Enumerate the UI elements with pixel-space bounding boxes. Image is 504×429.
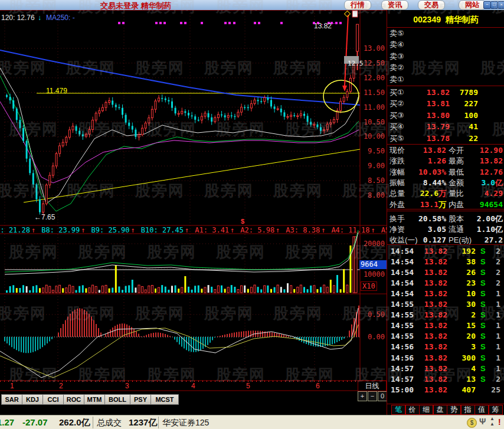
quote-value: 20.58% [408,214,446,224]
indicator-tab-MTM[interactable]: MTM [84,394,105,405]
sell-queue-row[interactable]: 卖① [387,74,504,85]
arrow-annotation-head [342,86,347,91]
up-arrow-icon: ↑ [131,226,135,234]
quote-label: 金额 [449,178,464,188]
menu-button-交易[interactable]: 交易 [418,0,445,10]
clipboard-tool-icon [352,11,358,17]
zoom-reset-button[interactable]: 0 [378,391,387,401]
price-axis-label: 9.00 [361,162,385,170]
tick-row: 14:5413.8210S1 [387,289,504,299]
indicator-tab-SAR[interactable]: SAR [1,394,22,405]
indicator-tab-KDJ[interactable]: KDJ [22,394,43,405]
buy-volume: 227 [440,99,478,109]
panel-divider [387,244,504,245]
tick-price: 13.82 [411,246,447,257]
sell-queue-row[interactable]: 卖④ [387,40,504,50]
quote-value: 1.26 [408,156,446,166]
tick-volume: 15 [449,320,476,331]
indicator-value: B7: 21.28 [0,226,30,234]
tick-row: 14:5513.822S1 [387,310,504,320]
quote-value-part: 1.10亿 [477,225,503,234]
buy-queue-row[interactable]: 买④13.7941 [387,122,504,132]
quote-row: 外盘13.1万内盘94654 [387,199,504,210]
quote-value: 10.03% [408,167,446,178]
close-button[interactable]: × [498,1,504,9]
tick-price: 13.82 [411,267,447,278]
tick-row: 14:5413.82192S2 [387,246,504,257]
tick-row: 14:5713.8213S2 [387,374,504,385]
tick-row: 14:5513.8230S1 [387,299,504,310]
panel-tab-值[interactable]: 值 [474,405,489,415]
zoom-in-button[interactable]: + [358,391,367,401]
panel-tab-势[interactable]: 势 [447,405,461,415]
quote-value-part: 12.90 [480,146,503,155]
indicator-tab-ROC[interactable]: ROC [63,394,84,405]
quote-value-part: 20.58% [418,214,446,223]
tick-price: 13.82 [411,363,447,374]
up-arrow-icon: ↑ [31,226,35,234]
price-axis-label: 9.50 [361,147,385,155]
panel-tab-指[interactable]: 指 [461,405,475,415]
tick-count: 1 [483,310,500,320]
menu-button-资讯[interactable]: 资讯 [381,0,408,10]
zoom-out-button[interactable]: − [368,391,377,401]
tick-volume: 23 [449,278,476,289]
menu-button-网站[interactable]: 网站 [459,0,486,10]
indicator-tab-MCST[interactable]: MCST [150,394,179,405]
kline-chart[interactable] [0,10,387,391]
quote-value-part: 13.82 [423,146,446,155]
panel-divider [387,86,504,86]
period-selector[interactable]: 日线 [358,381,387,391]
upload-arrows-icon[interactable]: ▲▲ [490,416,495,427]
menu-button-行情[interactable]: 行情 [344,0,371,10]
quote-value: 3.05 [408,224,446,235]
tick-count: 2 [483,278,500,289]
quote-value-part: 13.82 [480,156,503,165]
up-arrow-icon: ↑ [321,226,325,234]
tick-volume: 300 [449,353,476,363]
tick-row: 14:5413.8223S2 [387,278,504,289]
funds-coin-icon[interactable]: $ [467,418,477,428]
resistance-price-label: 11.479 [46,87,67,95]
quote-label: 振幅 [390,178,405,188]
sell-queue-row[interactable]: 卖③ [387,51,504,62]
tick-row: 14:5513.8215S1 [387,320,504,331]
quote-value-part: 12.76 [480,168,503,176]
tick-count: 2 [483,246,500,257]
buy-queue-row[interactable]: 买②13.81227 [387,99,504,109]
buy-queue-row[interactable]: 买③13.80100 [387,110,504,121]
index-change: -27.07 [22,417,48,427]
buy-volume: 22 [440,133,478,144]
tick-volume: 38 [449,257,476,267]
buy-level-label: 买① [390,87,404,98]
alert-icon[interactable]: ! [498,417,501,427]
panel-tab-笔[interactable]: 笔 [391,405,405,415]
quote-label: 涨跌 [390,156,405,166]
buy-queue-row[interactable]: 买⑤13.7822 [387,133,504,144]
quote-value: 13.82 [408,145,446,156]
ma250-label: MA250: - [46,14,75,22]
sell-queue-row[interactable]: 卖② [387,63,504,73]
quote-value-part: 亿 [495,178,503,187]
tick-count: 1 [483,331,500,342]
indicator-tab-PSY[interactable]: PSY [130,394,151,405]
connection-antenna-icon[interactable]: Ψ [479,417,486,426]
sell-queue-row[interactable]: 卖⑤ [387,28,504,39]
buy-level-label: 买③ [390,110,404,121]
panel-tab-盘[interactable]: 盘 [433,405,447,415]
quote-value-part: 10.03% [418,168,446,176]
macd-axis-upper: 0.50 [361,310,385,319]
tick-volume: 30 [449,299,476,310]
tick-volume: 2 [449,310,476,320]
quote-value-part: 8.44% [423,178,446,187]
tick-row: 14:5613.82300S1 [387,353,504,363]
panel-tab-价[interactable]: 价 [405,405,420,415]
price-axis-label: 10.00 [361,132,385,140]
buy-volume: 7789 [440,87,478,98]
quote-value-part: 4.29 [485,189,503,198]
panel-tab-细[interactable]: 细 [419,405,433,415]
buy-queue-row[interactable]: 买①13.827789 [387,87,504,98]
panel-tab-筹[interactable]: 筹 [489,405,503,415]
indicator-tab-CCI[interactable]: CCI [42,394,64,405]
indicator-tab-BOLL[interactable]: BOLL [104,394,130,405]
